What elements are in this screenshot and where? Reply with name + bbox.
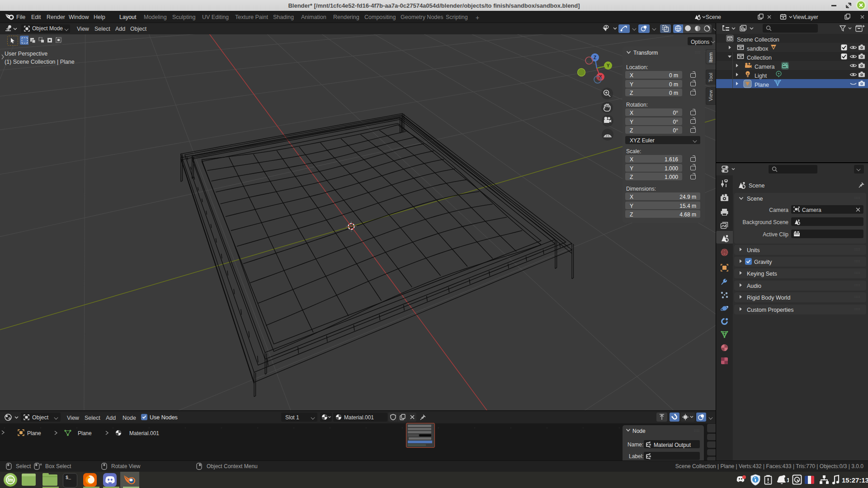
- svg-text:Y: Y: [607, 63, 610, 68]
- svg-text:1: 1: [787, 477, 789, 483]
- svg-text:Z: Z: [594, 55, 596, 60]
